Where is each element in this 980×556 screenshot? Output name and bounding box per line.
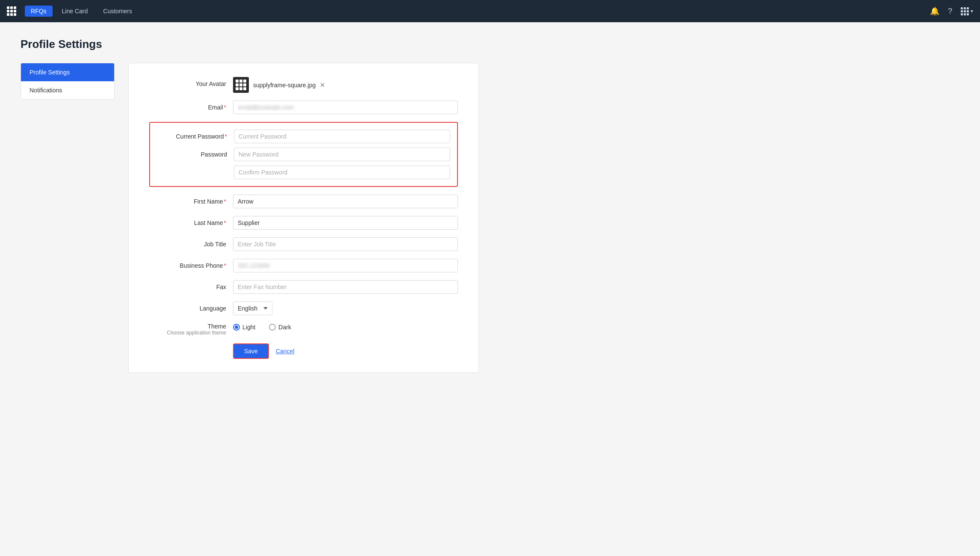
confirm-password-input[interactable] (234, 166, 450, 179)
jobtitle-control (233, 237, 458, 251)
lastname-input[interactable] (233, 216, 458, 230)
main-layout: Profile Settings Notifications Your Avat… (21, 63, 578, 373)
confirm-password-label-spacer (150, 166, 227, 169)
jobtitle-row: Job Title (149, 237, 458, 251)
businessphone-control (233, 259, 458, 272)
avatar-label: Your Avatar (149, 77, 226, 87)
theme-sublabel: Choose application theme (149, 330, 226, 336)
chevron-down-icon: ▾ (971, 8, 973, 14)
firstname-input[interactable] (233, 195, 458, 208)
user-avatar-icon (961, 7, 969, 15)
page-title: Profile Settings (21, 38, 578, 51)
theme-row: Theme Choose application theme Light Dar… (149, 323, 458, 336)
language-control: English Spanish French German Chinese (233, 302, 458, 315)
current-password-label: Current Password* (150, 130, 227, 140)
rfqs-nav-button[interactable]: RFQs (25, 6, 53, 17)
topnav: RFQs Line Card Customers 🔔 ? ▾ (0, 0, 980, 22)
fax-row: Fax (149, 280, 458, 294)
language-label: Language (149, 302, 226, 312)
businessphone-label: Business Phone* (149, 259, 226, 269)
app-logo-icon[interactable] (7, 6, 16, 16)
businessphone-row: Business Phone* (149, 259, 458, 272)
new-password-row: Password (150, 148, 450, 161)
linecard-nav-button[interactable]: Line Card (56, 6, 94, 17)
fax-label: Fax (149, 280, 226, 290)
firstname-label: First Name* (149, 195, 226, 205)
avatar-row: Your Avatar supplyframe-square.jpg ✕ (149, 77, 458, 93)
confirm-password-row (150, 166, 450, 179)
customers-nav-button[interactable]: Customers (97, 6, 138, 17)
lastname-control (233, 216, 458, 230)
email-control (233, 101, 458, 114)
notification-icon[interactable]: 🔔 (930, 6, 939, 16)
theme-light-label: Light (242, 324, 255, 331)
form-card: Your Avatar supplyframe-square.jpg ✕ Ema… (128, 63, 479, 373)
email-label: Email* (149, 101, 226, 111)
jobtitle-label: Job Title (149, 237, 226, 248)
email-input[interactable] (233, 101, 458, 114)
save-button[interactable]: Save (233, 343, 269, 359)
sidebar-item-profile-settings[interactable]: Profile Settings (21, 63, 114, 81)
jobtitle-input[interactable] (233, 237, 458, 251)
topnav-right: 🔔 ? ▾ (930, 6, 973, 16)
theme-dark-label: Dark (278, 324, 291, 331)
language-row: Language English Spanish French German C… (149, 302, 458, 315)
cancel-button[interactable]: Cancel (274, 343, 296, 359)
new-password-control (234, 148, 450, 161)
firstname-row: First Name* (149, 195, 458, 208)
fax-input[interactable] (233, 280, 458, 294)
action-row: Save Cancel (149, 343, 458, 359)
avatar-icon (233, 77, 249, 93)
theme-options: Light Dark (233, 323, 291, 331)
lastname-row: Last Name* (149, 216, 458, 230)
language-select[interactable]: English Spanish French German Chinese (233, 302, 272, 315)
current-password-row: Current Password* (150, 130, 450, 143)
fax-control (233, 280, 458, 294)
firstname-control (233, 195, 458, 208)
user-menu-button[interactable]: ▾ (961, 7, 973, 15)
theme-light-radio[interactable] (233, 324, 240, 331)
new-password-input[interactable] (234, 148, 450, 161)
avatar-control: supplyframe-square.jpg ✕ (233, 77, 458, 93)
password-section: Current Password* Password (149, 122, 458, 187)
help-icon[interactable]: ? (948, 7, 952, 16)
avatar-filename: supplyframe-square.jpg (253, 82, 316, 89)
avatar-remove-button[interactable]: ✕ (320, 82, 325, 89)
theme-label-group: Theme Choose application theme (149, 323, 226, 336)
theme-dark-radio[interactable] (269, 324, 276, 331)
sidebar-item-notifications[interactable]: Notifications (21, 81, 114, 99)
current-password-control (234, 130, 450, 143)
email-row: Email* (149, 101, 458, 114)
sidebar: Profile Settings Notifications (21, 63, 115, 100)
theme-light-option[interactable]: Light (233, 324, 255, 331)
lastname-label: Last Name* (149, 216, 226, 226)
page-content: Profile Settings Profile Settings Notifi… (0, 22, 599, 388)
theme-dark-option[interactable]: Dark (269, 324, 291, 331)
current-password-input[interactable] (234, 130, 450, 143)
confirm-password-control (234, 166, 450, 179)
businessphone-input[interactable] (233, 259, 458, 272)
theme-label: Theme (149, 323, 226, 330)
password-label: Password (150, 148, 227, 158)
